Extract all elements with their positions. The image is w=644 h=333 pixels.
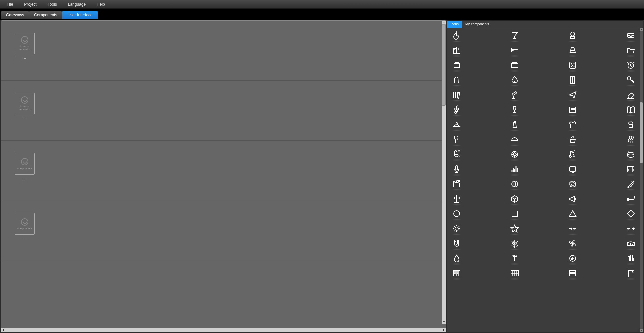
tab-user-interface[interactable]: User Interface [62, 11, 97, 19]
droplet-icon[interactable] [450, 252, 463, 265]
dice-icon[interactable] [566, 58, 580, 72]
book-open-icon[interactable] [624, 103, 638, 117]
pipe-icon[interactable] [624, 192, 638, 206]
tab-gateways[interactable]: Gateways [1, 11, 29, 19]
soccer-icon[interactable] [566, 177, 580, 191]
eraser-icon[interactable] [624, 88, 638, 102]
placeholder-drop-target[interactable]: icons or scenaries [15, 33, 35, 54]
server-icon[interactable] [566, 266, 580, 280]
list-icon[interactable] [566, 103, 580, 117]
sun-icon[interactable] [450, 222, 463, 235]
steamer-icon[interactable] [566, 133, 580, 146]
side-scroll-up-button[interactable]: ▲ [640, 28, 643, 31]
folder-open-icon[interactable] [624, 44, 638, 57]
menu-help[interactable]: Help [97, 2, 105, 7]
scroll-up-button[interactable]: ▲ [442, 21, 446, 25]
placeholder-drop-target[interactable]: components [15, 213, 35, 235]
buildings-icon[interactable] [450, 44, 463, 57]
drum-icon[interactable] [624, 148, 638, 161]
canvas-vscroll-thumb[interactable] [442, 25, 446, 106]
door-icon[interactable] [566, 73, 580, 87]
chevron-down-icon [21, 218, 28, 226]
square-icon[interactable] [508, 207, 521, 221]
bed-double-icon[interactable] [508, 58, 521, 72]
syringe-icon[interactable] [624, 177, 638, 191]
side-scroll-down-button[interactable]: ▼ [640, 329, 643, 332]
hanger-icon[interactable] [450, 118, 463, 131]
utensils-icon[interactable] [450, 133, 463, 146]
scroll-left-button[interactable]: ◀ [1, 328, 5, 332]
megaphone-icon[interactable] [566, 192, 580, 206]
canvas-row[interactable]: components– [1, 201, 446, 261]
tv-icon[interactable] [566, 162, 580, 176]
placeholder-drop-target[interactable]: icons or scenaries [15, 93, 35, 114]
signpost-icon[interactable] [450, 192, 463, 206]
canvas-viewport[interactable]: icons or scenaries–icons or scenaries–co… [1, 21, 446, 328]
side-tab-my-components[interactable]: My components [462, 21, 493, 28]
side-vscrollbar[interactable]: ▲ ▼ [640, 28, 643, 332]
scroll-right-button[interactable]: ▶ [442, 328, 446, 332]
fire-icon[interactable] [450, 29, 463, 42]
menu-tools[interactable]: Tools [48, 2, 57, 7]
placeholder-drop-target[interactable]: components [15, 153, 35, 175]
perspective-icon[interactable] [566, 44, 580, 57]
bridge-icon[interactable] [624, 237, 638, 250]
fan-icon[interactable] [566, 237, 580, 250]
heat-icon[interactable] [624, 133, 638, 146]
grapes-icon[interactable] [450, 103, 463, 117]
globe-icon[interactable] [508, 177, 521, 191]
mic-icon[interactable] [450, 162, 463, 176]
cloche-icon[interactable] [508, 133, 521, 146]
canvas-row[interactable]: icons or scenaries– [1, 21, 446, 81]
spade-icon[interactable] [508, 73, 521, 87]
tshirt-icon[interactable] [566, 118, 580, 131]
pool-icon[interactable] [450, 148, 463, 161]
bed-single-icon[interactable] [450, 58, 463, 72]
chevron-down-icon [21, 158, 28, 165]
expand-icon[interactable] [624, 222, 638, 235]
alarm-icon[interactable] [624, 58, 638, 72]
magnet-icon[interactable] [450, 237, 463, 250]
cube-icon[interactable] [508, 192, 521, 206]
compress-icon[interactable] [566, 222, 580, 235]
canvas-row[interactable]: icons or scenaries– [1, 81, 446, 141]
chef-icon[interactable] [624, 118, 638, 131]
film-icon[interactable] [624, 162, 638, 176]
piano-icon[interactable] [450, 266, 463, 280]
keyboard-icon[interactable] [508, 266, 521, 280]
canvas-hscrollbar[interactable]: ◀ ▶ [1, 328, 446, 332]
leaf-circle-icon[interactable] [566, 252, 580, 265]
circle-icon[interactable] [450, 207, 463, 221]
wine-icon[interactable] [508, 103, 521, 117]
canvas-row[interactable]: components– [1, 141, 446, 201]
side-tab-icons[interactable]: Icons [447, 21, 462, 28]
equalizer-icon[interactable] [508, 162, 521, 176]
star-icon[interactable] [508, 222, 521, 235]
key-icon[interactable] [624, 73, 638, 87]
scroll-down-button[interactable]: ▼ [442, 320, 446, 324]
menu-file[interactable]: File [7, 2, 13, 7]
bars-icon[interactable] [624, 252, 638, 265]
send-icon[interactable] [566, 88, 580, 102]
trash-icon[interactable] [450, 73, 463, 87]
music-icon[interactable] [566, 148, 580, 161]
side-vscroll-thumb[interactable] [640, 102, 643, 163]
menu-project[interactable]: Project [24, 2, 36, 7]
tab-components[interactable]: Components [29, 11, 62, 19]
lifebuoy-icon[interactable] [508, 148, 521, 161]
diamond-icon[interactable] [624, 207, 638, 221]
salt-icon[interactable] [508, 118, 521, 131]
desk-lamp-icon[interactable] [508, 88, 521, 102]
ac-unit-icon[interactable] [566, 29, 580, 42]
triangle-icon[interactable] [566, 207, 580, 221]
flag-icon[interactable] [624, 266, 638, 280]
inbox-icon[interactable] [624, 29, 638, 42]
bed-icon[interactable] [508, 44, 521, 57]
sprinkler-icon[interactable] [508, 252, 521, 265]
books-icon[interactable] [450, 88, 463, 102]
cocktail-icon[interactable] [508, 29, 521, 42]
snowflake-icon[interactable] [508, 237, 521, 250]
canvas-vscrollbar[interactable]: ▲ ▼ [442, 21, 446, 324]
clapper-icon[interactable] [450, 177, 463, 191]
menu-language[interactable]: Language [68, 2, 86, 7]
